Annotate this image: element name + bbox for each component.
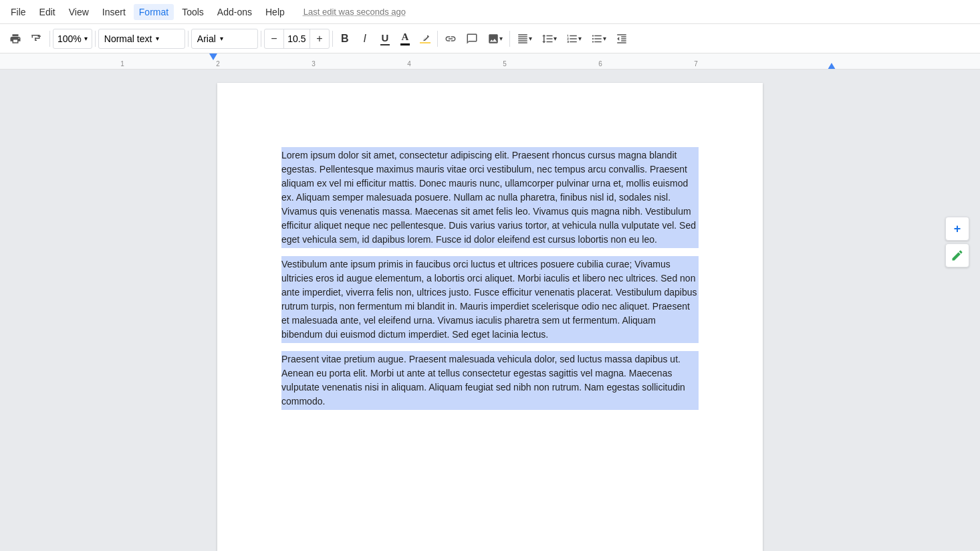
comment-icon bbox=[466, 33, 478, 45]
zoom-chevron-icon: ▾ bbox=[84, 35, 88, 42]
paint-format-button[interactable] bbox=[27, 28, 47, 49]
separator-6 bbox=[437, 31, 438, 47]
font-value: Arial bbox=[197, 33, 216, 44]
indent-decrease-icon bbox=[616, 33, 628, 45]
font-size-increase-button[interactable]: + bbox=[310, 29, 329, 49]
line-spacing-button[interactable]: ▾ bbox=[537, 28, 561, 49]
zoom-value: 100% bbox=[57, 33, 82, 44]
document-content[interactable]: Lorem ipsum dolor sit amet, consectetur … bbox=[281, 147, 699, 410]
numbered-list-icon bbox=[566, 33, 578, 45]
bulleted-list-icon bbox=[591, 33, 603, 45]
font-size-control: − 10.5 + bbox=[264, 29, 330, 49]
underline-icon: U bbox=[380, 32, 390, 45]
ruler-mark-1: 1 bbox=[120, 60, 124, 68]
menu-insert[interactable]: Insert bbox=[97, 4, 131, 20]
font-size-decrease-button[interactable]: − bbox=[265, 29, 283, 49]
italic-button[interactable]: I bbox=[356, 28, 374, 49]
underline-button[interactable]: U bbox=[376, 28, 394, 49]
suggest-edit-icon bbox=[951, 249, 964, 262]
menu-view[interactable]: View bbox=[64, 4, 94, 20]
image-icon bbox=[487, 33, 499, 45]
paragraph-1-text: Lorem ipsum dolor sit amet, consectetur … bbox=[281, 150, 696, 245]
ruler-inner: 1 2 3 4 5 6 7 bbox=[5, 53, 975, 69]
document-page: Lorem ipsum dolor sit amet, consectetur … bbox=[217, 83, 763, 551]
paragraph-3-text: Praesent vitae pretium augue. Praesent m… bbox=[281, 354, 685, 407]
menu-help[interactable]: Help bbox=[260, 4, 290, 20]
paragraph-2: Vestibulum ante ipsum primis in faucibus… bbox=[281, 256, 699, 343]
alignment-chevron-icon: ▾ bbox=[529, 35, 532, 42]
bold-button[interactable]: B bbox=[336, 28, 354, 49]
ruler-mark-4: 4 bbox=[407, 60, 411, 68]
ruler-mark-3: 3 bbox=[312, 60, 316, 68]
indent-decrease-button[interactable] bbox=[612, 28, 632, 49]
ruler-mark-7: 7 bbox=[694, 60, 698, 68]
text-style-chevron-icon: ▾ bbox=[156, 35, 159, 42]
document-area: Lorem ipsum dolor sit amet, consectetur … bbox=[0, 70, 980, 551]
add-content-button[interactable]: + bbox=[945, 217, 969, 241]
ruler: 1 2 3 4 5 6 7 bbox=[0, 53, 980, 70]
font-size-value[interactable]: 10.5 bbox=[283, 29, 310, 48]
text-style-selector[interactable]: Normal text ▾ bbox=[98, 29, 185, 49]
svg-rect-4 bbox=[39, 37, 40, 39]
insert-link-button[interactable] bbox=[441, 28, 461, 49]
insert-image-button[interactable]: ▾ bbox=[483, 28, 507, 49]
menu-tools[interactable]: Tools bbox=[176, 4, 209, 20]
svg-rect-0 bbox=[32, 35, 39, 36]
toolbar: 100% ▾ Normal text ▾ Arial ▾ − 10.5 + B … bbox=[0, 24, 980, 53]
svg-rect-8 bbox=[420, 42, 431, 43]
suggest-edit-button[interactable] bbox=[945, 243, 969, 267]
print-icon bbox=[9, 33, 21, 45]
ruler-mark-2: 2 bbox=[216, 60, 220, 68]
ruler-mark-6: 6 bbox=[598, 60, 602, 68]
separator-7 bbox=[509, 31, 510, 47]
paint-format-icon bbox=[31, 33, 43, 45]
highlight-color-button[interactable] bbox=[416, 28, 435, 49]
plus-icon: + bbox=[954, 222, 961, 236]
ruler-tab-right-icon[interactable] bbox=[828, 63, 836, 70]
image-chevron-icon: ▾ bbox=[499, 35, 503, 42]
text-color-button[interactable]: A bbox=[396, 28, 414, 49]
font-selector[interactable]: Arial ▾ bbox=[191, 29, 258, 49]
menu-bar: File Edit View Insert Format Tools Add-o… bbox=[0, 0, 980, 24]
ruler-tab-left-icon[interactable] bbox=[209, 53, 217, 60]
paragraph-3: Praesent vitae pretium augue. Praesent m… bbox=[281, 351, 699, 410]
text-color-icon: A bbox=[400, 31, 410, 45]
separator-2 bbox=[95, 31, 96, 47]
link-icon bbox=[445, 33, 457, 45]
font-chevron-icon: ▾ bbox=[220, 35, 223, 42]
separator-5 bbox=[332, 31, 333, 47]
menu-addons[interactable]: Add-ons bbox=[212, 4, 257, 20]
separator-4 bbox=[261, 31, 261, 47]
alignment-button[interactable]: ▾ bbox=[513, 28, 536, 49]
bulleted-list-chevron-icon: ▾ bbox=[603, 35, 606, 42]
print-button[interactable] bbox=[5, 28, 25, 49]
paragraph-1: Lorem ipsum dolor sit amet, consectetur … bbox=[281, 147, 699, 248]
line-spacing-chevron-icon: ▾ bbox=[554, 35, 557, 42]
text-style-value: Normal text bbox=[104, 33, 152, 44]
alignment-icon bbox=[517, 33, 529, 45]
svg-rect-3 bbox=[39, 35, 41, 37]
paragraph-2-text: Vestibulum ante ipsum primis in faucibus… bbox=[281, 259, 697, 340]
last-edit-status[interactable]: Last edit was seconds ago bbox=[303, 7, 406, 17]
menu-format[interactable]: Format bbox=[134, 4, 174, 20]
bulleted-list-button[interactable]: ▾ bbox=[587, 28, 610, 49]
insert-comment-button[interactable] bbox=[462, 28, 482, 49]
zoom-selector[interactable]: 100% ▾ bbox=[53, 29, 92, 49]
ruler-mark-5: 5 bbox=[503, 60, 507, 68]
menu-file[interactable]: File bbox=[5, 4, 31, 20]
separator-1 bbox=[49, 31, 50, 47]
svg-rect-7 bbox=[35, 39, 37, 41]
side-buttons: + bbox=[945, 217, 969, 267]
svg-rect-1 bbox=[32, 35, 33, 38]
numbered-list-button[interactable]: ▾ bbox=[562, 28, 586, 49]
line-spacing-icon bbox=[541, 33, 554, 45]
separator-3 bbox=[188, 31, 189, 47]
numbered-list-chevron-icon: ▾ bbox=[578, 35, 582, 42]
highlight-icon bbox=[420, 33, 431, 44]
menu-edit[interactable]: Edit bbox=[34, 4, 61, 20]
